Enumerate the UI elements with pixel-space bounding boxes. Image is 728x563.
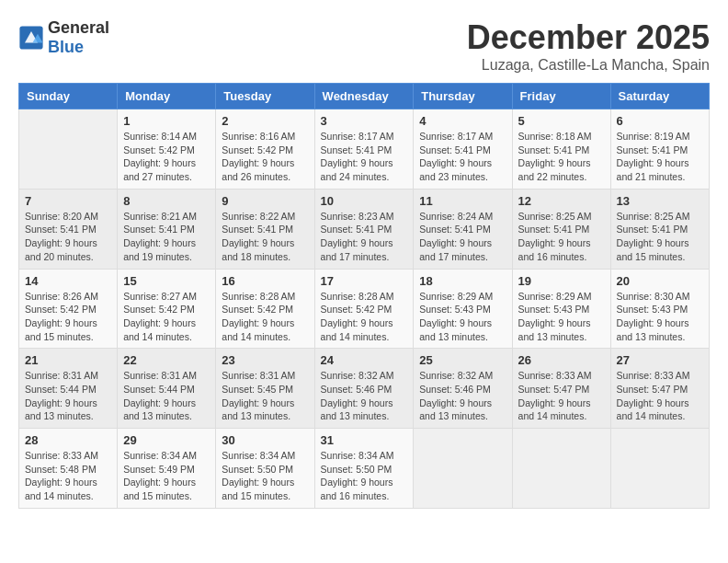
day-number: 24 [321, 353, 408, 367]
calendar-week-row: 21Sunrise: 8:31 AMSunset: 5:44 PMDayligh… [19, 349, 710, 429]
calendar-cell: 16Sunrise: 8:28 AMSunset: 5:42 PMDayligh… [216, 269, 314, 349]
day-info: Sunrise: 8:16 AMSunset: 5:42 PMDaylight:… [222, 130, 308, 184]
calendar-cell: 23Sunrise: 8:31 AMSunset: 5:45 PMDayligh… [216, 349, 314, 429]
day-number: 2 [222, 114, 308, 128]
calendar-cell: 29Sunrise: 8:34 AMSunset: 5:49 PMDayligh… [118, 429, 216, 509]
calendar-cell [19, 109, 118, 190]
day-number: 30 [222, 433, 308, 447]
calendar-cell: 27Sunrise: 8:33 AMSunset: 5:47 PMDayligh… [610, 349, 709, 429]
day-number: 31 [321, 433, 408, 447]
day-info: Sunrise: 8:33 AMSunset: 5:47 PMDaylight:… [518, 369, 605, 423]
day-info: Sunrise: 8:29 AMSunset: 5:43 PMDaylight:… [419, 290, 506, 344]
calendar-header-row: SundayMondayTuesdayWednesdayThursdayFrid… [19, 84, 710, 109]
day-number: 27 [617, 353, 703, 367]
day-info: Sunrise: 8:31 AMSunset: 5:44 PMDaylight:… [25, 369, 111, 423]
day-number: 16 [222, 274, 308, 288]
day-number: 14 [25, 274, 111, 288]
calendar-week-row: 1Sunrise: 8:14 AMSunset: 5:42 PMDaylight… [19, 109, 710, 190]
calendar-cell: 2Sunrise: 8:16 AMSunset: 5:42 PMDaylight… [216, 109, 314, 190]
calendar-cell: 15Sunrise: 8:27 AMSunset: 5:42 PMDayligh… [118, 269, 216, 349]
day-number: 21 [25, 353, 111, 367]
calendar-cell: 3Sunrise: 8:17 AMSunset: 5:41 PMDaylight… [314, 109, 414, 190]
day-info: Sunrise: 8:26 AMSunset: 5:42 PMDaylight:… [25, 290, 111, 344]
day-number: 18 [419, 274, 506, 288]
calendar-week-row: 14Sunrise: 8:26 AMSunset: 5:42 PMDayligh… [19, 269, 710, 349]
day-info: Sunrise: 8:33 AMSunset: 5:48 PMDaylight:… [25, 449, 111, 503]
calendar-cell: 12Sunrise: 8:25 AMSunset: 5:41 PMDayligh… [512, 189, 610, 269]
day-header-friday: Friday [512, 84, 610, 109]
logo: General Blue [18, 18, 109, 57]
calendar-week-row: 7Sunrise: 8:20 AMSunset: 5:41 PMDaylight… [19, 189, 710, 269]
calendar-cell: 24Sunrise: 8:32 AMSunset: 5:46 PMDayligh… [314, 349, 414, 429]
day-info: Sunrise: 8:32 AMSunset: 5:46 PMDaylight:… [419, 369, 506, 423]
day-info: Sunrise: 8:27 AMSunset: 5:42 PMDaylight:… [123, 290, 210, 344]
day-number: 19 [518, 274, 605, 288]
day-number: 13 [617, 194, 703, 208]
day-info: Sunrise: 8:14 AMSunset: 5:42 PMDaylight:… [123, 130, 210, 184]
calendar-table: SundayMondayTuesdayWednesdayThursdayFrid… [18, 83, 710, 509]
calendar-cell: 1Sunrise: 8:14 AMSunset: 5:42 PMDaylight… [118, 109, 216, 190]
calendar-cell: 30Sunrise: 8:34 AMSunset: 5:50 PMDayligh… [216, 429, 314, 509]
day-number: 8 [123, 194, 210, 208]
calendar-cell: 31Sunrise: 8:34 AMSunset: 5:50 PMDayligh… [314, 429, 414, 509]
day-number: 1 [123, 114, 210, 128]
day-info: Sunrise: 8:31 AMSunset: 5:44 PMDaylight:… [123, 369, 210, 423]
day-number: 10 [321, 194, 408, 208]
day-info: Sunrise: 8:19 AMSunset: 5:41 PMDaylight:… [617, 130, 703, 184]
day-number: 23 [222, 353, 308, 367]
day-info: Sunrise: 8:34 AMSunset: 5:50 PMDaylight:… [222, 449, 308, 503]
day-info: Sunrise: 8:25 AMSunset: 5:41 PMDaylight:… [617, 210, 703, 264]
calendar-cell: 11Sunrise: 8:24 AMSunset: 5:41 PMDayligh… [414, 189, 512, 269]
calendar-cell [610, 429, 709, 509]
day-info: Sunrise: 8:24 AMSunset: 5:41 PMDaylight:… [419, 210, 506, 264]
day-info: Sunrise: 8:21 AMSunset: 5:41 PMDaylight:… [123, 210, 210, 264]
day-info: Sunrise: 8:20 AMSunset: 5:41 PMDaylight:… [25, 210, 111, 264]
calendar-cell: 14Sunrise: 8:26 AMSunset: 5:42 PMDayligh… [19, 269, 118, 349]
day-info: Sunrise: 8:31 AMSunset: 5:45 PMDaylight:… [222, 369, 308, 423]
day-number: 12 [518, 194, 605, 208]
day-info: Sunrise: 8:29 AMSunset: 5:43 PMDaylight:… [518, 290, 605, 344]
day-number: 6 [617, 114, 703, 128]
day-info: Sunrise: 8:28 AMSunset: 5:42 PMDaylight:… [222, 290, 308, 344]
calendar-cell: 21Sunrise: 8:31 AMSunset: 5:44 PMDayligh… [19, 349, 118, 429]
month-title: December 2025 [467, 18, 710, 57]
day-number: 25 [419, 353, 506, 367]
title-section: December 2025 Luzaga, Castille-La Mancha… [467, 18, 710, 74]
day-number: 11 [419, 194, 506, 208]
day-number: 20 [617, 274, 703, 288]
logo-icon [18, 25, 44, 51]
day-number: 7 [25, 194, 111, 208]
calendar-week-row: 28Sunrise: 8:33 AMSunset: 5:48 PMDayligh… [19, 429, 710, 509]
calendar-cell: 19Sunrise: 8:29 AMSunset: 5:43 PMDayligh… [512, 269, 610, 349]
day-info: Sunrise: 8:17 AMSunset: 5:41 PMDaylight:… [419, 130, 506, 184]
calendar-cell: 6Sunrise: 8:19 AMSunset: 5:41 PMDaylight… [610, 109, 709, 190]
day-info: Sunrise: 8:17 AMSunset: 5:41 PMDaylight:… [321, 130, 408, 184]
day-info: Sunrise: 8:34 AMSunset: 5:50 PMDaylight:… [321, 449, 408, 503]
day-number: 3 [321, 114, 408, 128]
day-info: Sunrise: 8:28 AMSunset: 5:42 PMDaylight:… [321, 290, 408, 344]
logo-blue: Blue [48, 38, 84, 56]
day-number: 9 [222, 194, 308, 208]
day-number: 17 [321, 274, 408, 288]
day-number: 4 [419, 114, 506, 128]
day-info: Sunrise: 8:34 AMSunset: 5:49 PMDaylight:… [123, 449, 210, 503]
day-info: Sunrise: 8:32 AMSunset: 5:46 PMDaylight:… [321, 369, 408, 423]
calendar-cell: 13Sunrise: 8:25 AMSunset: 5:41 PMDayligh… [610, 189, 709, 269]
calendar-cell: 9Sunrise: 8:22 AMSunset: 5:41 PMDaylight… [216, 189, 314, 269]
day-info: Sunrise: 8:30 AMSunset: 5:43 PMDaylight:… [617, 290, 703, 344]
calendar-cell [512, 429, 610, 509]
page-header: General Blue December 2025 Luzaga, Casti… [18, 18, 710, 74]
calendar-cell: 10Sunrise: 8:23 AMSunset: 5:41 PMDayligh… [314, 189, 414, 269]
day-header-tuesday: Tuesday [216, 84, 314, 109]
day-header-monday: Monday [118, 84, 216, 109]
day-number: 15 [123, 274, 210, 288]
calendar-cell: 7Sunrise: 8:20 AMSunset: 5:41 PMDaylight… [19, 189, 118, 269]
day-info: Sunrise: 8:33 AMSunset: 5:47 PMDaylight:… [617, 369, 703, 423]
logo-general: General [48, 18, 109, 37]
calendar-cell [414, 429, 512, 509]
calendar-cell: 28Sunrise: 8:33 AMSunset: 5:48 PMDayligh… [19, 429, 118, 509]
calendar-cell: 5Sunrise: 8:18 AMSunset: 5:41 PMDaylight… [512, 109, 610, 190]
calendar-cell: 8Sunrise: 8:21 AMSunset: 5:41 PMDaylight… [118, 189, 216, 269]
calendar-cell: 18Sunrise: 8:29 AMSunset: 5:43 PMDayligh… [414, 269, 512, 349]
location-title: Luzaga, Castille-La Mancha, Spain [467, 57, 710, 74]
